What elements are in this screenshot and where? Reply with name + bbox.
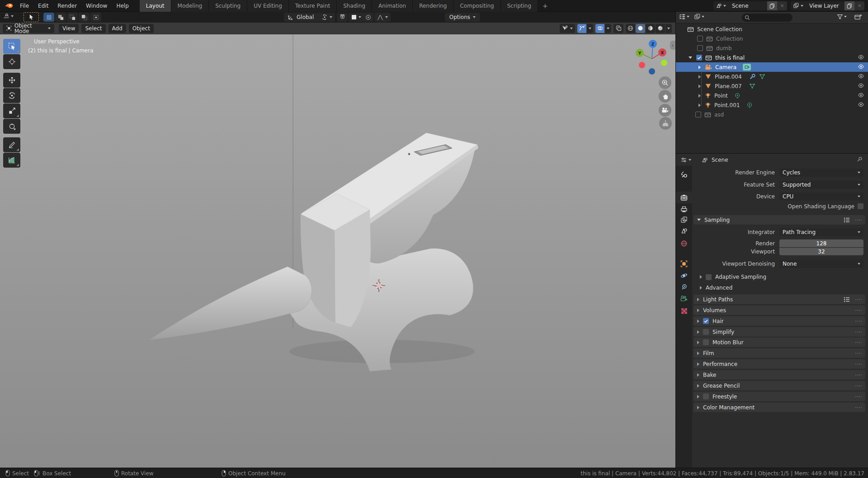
panel-simplify[interactable]: Simplify xyxy=(693,327,865,337)
tab-render[interactable] xyxy=(676,192,692,203)
editor-type-button[interactable] xyxy=(3,13,14,19)
menu-file[interactable]: File xyxy=(15,0,33,12)
navigation-gizmo[interactable]: Z Y X xyxy=(632,38,675,80)
view-menu[interactable]: View xyxy=(59,24,79,33)
tab-physics[interactable] xyxy=(676,270,692,281)
active-tool-button[interactable] xyxy=(24,12,39,22)
tab-view-layer[interactable] xyxy=(676,214,692,225)
panel-grip-icon[interactable] xyxy=(855,342,862,343)
mode-dropdown[interactable]: Object Mode xyxy=(3,24,54,33)
workspace-tab-shading[interactable]: Shading xyxy=(337,0,372,12)
hide-toggle[interactable] xyxy=(858,73,864,80)
panel-freestyle[interactable]: Freestyle xyxy=(693,392,865,401)
hair-checkbox[interactable] xyxy=(703,318,709,324)
blender-logo-icon[interactable] xyxy=(5,2,14,10)
select-mode-set[interactable] xyxy=(43,13,54,22)
collection-exclude-checkbox[interactable] xyxy=(697,45,703,51)
delete-scene-button[interactable]: × xyxy=(777,1,787,10)
adaptive-sampling-checkbox[interactable] xyxy=(706,274,712,280)
gizmo-dropdown[interactable] xyxy=(587,24,593,33)
outliner-row-plane007[interactable]: Plane.007 xyxy=(676,81,868,91)
shading-material-button[interactable] xyxy=(646,24,655,33)
motion-blur-checkbox[interactable] xyxy=(703,339,709,345)
tab-object-data[interactable] xyxy=(676,293,692,305)
view-layer-browse-button[interactable] xyxy=(791,3,806,9)
expand-arrow-icon[interactable] xyxy=(698,75,701,79)
preset-menu-button[interactable] xyxy=(844,217,850,223)
panel-grease-pencil[interactable]: Grease Pencil xyxy=(693,381,865,390)
tab-tool[interactable] xyxy=(676,169,692,180)
menu-window[interactable]: Window xyxy=(81,0,112,12)
new-scene-button[interactable] xyxy=(767,1,777,10)
panel-grip-icon[interactable] xyxy=(855,407,862,408)
menu-render[interactable]: Render xyxy=(53,0,81,12)
collection-exclude-checkbox[interactable] xyxy=(697,36,703,42)
tool-scale[interactable] xyxy=(3,103,20,118)
panel-volumes[interactable]: Volumes xyxy=(693,305,865,315)
proportional-edit-toggle[interactable] xyxy=(363,13,373,22)
select-mode-intersect[interactable] xyxy=(90,13,101,22)
hide-toggle[interactable] xyxy=(858,92,864,99)
workspace-tab-uv-editing[interactable]: UV Editing xyxy=(247,0,289,12)
expand-arrow-icon[interactable] xyxy=(698,84,701,88)
scene-browse-button[interactable] xyxy=(713,3,728,9)
tool-move[interactable] xyxy=(3,73,20,88)
pin-button[interactable] xyxy=(857,156,863,163)
tab-scene[interactable] xyxy=(676,225,692,236)
denoising-dropdown[interactable]: None xyxy=(779,260,863,268)
tab-constraints[interactable] xyxy=(676,281,692,293)
outliner-row-asd[interactable]: asd xyxy=(676,110,868,119)
workspace-tab-compositing[interactable]: Compositing xyxy=(453,0,500,12)
properties-editor-type-button[interactable] xyxy=(680,157,691,163)
shading-wireframe-button[interactable] xyxy=(626,24,635,33)
subpanel-adaptive-sampling[interactable]: Adaptive Sampling xyxy=(700,273,766,281)
osl-checkbox[interactable] xyxy=(858,203,863,209)
show-overlays-toggle[interactable] xyxy=(595,24,604,33)
menu-help[interactable]: Help xyxy=(112,0,133,12)
samples-viewport-field[interactable]: 32 xyxy=(779,248,863,255)
workspace-tab-modeling[interactable]: Modeling xyxy=(171,0,209,12)
expand-arrow-icon[interactable] xyxy=(698,94,701,98)
panel-grip-icon[interactable] xyxy=(855,310,862,311)
tab-world[interactable] xyxy=(676,238,692,249)
panel-bake[interactable]: Bake xyxy=(693,370,865,380)
zoom-button[interactable] xyxy=(659,76,671,89)
outliner-row-scene-collection[interactable]: Scene Collection xyxy=(676,24,868,34)
panel-color-management[interactable]: Color Management xyxy=(693,403,865,412)
outliner-editor-type-button[interactable] xyxy=(679,14,689,20)
integrator-dropdown[interactable]: Path Tracing xyxy=(779,228,863,236)
outliner-row-plane004[interactable]: Plane.004 xyxy=(676,72,868,81)
panel-grip-icon[interactable] xyxy=(855,364,862,365)
panel-sampling[interactable]: Sampling xyxy=(693,215,865,225)
workspace-tab-layout[interactable]: Layout xyxy=(140,0,171,12)
simplify-checkbox[interactable] xyxy=(703,329,709,335)
hide-toggle[interactable] xyxy=(858,83,864,89)
collection-exclude-checkbox[interactable] xyxy=(695,112,701,117)
panel-light-paths[interactable]: Light Paths xyxy=(693,295,865,304)
workspace-tab-texture-paint[interactable]: Texture Paint xyxy=(289,0,337,12)
viewport-3d[interactable]: User Perspective (2) this is final | Cam… xyxy=(0,34,675,468)
panel-hair[interactable]: Hair xyxy=(693,316,865,326)
feature-set-dropdown[interactable]: Supported xyxy=(779,181,863,189)
hide-toggle[interactable] xyxy=(858,54,864,61)
panel-grip-icon[interactable] xyxy=(855,321,862,322)
workspace-tab-rendering[interactable]: Rendering xyxy=(413,0,453,12)
camera-view-button[interactable] xyxy=(659,104,671,117)
new-view-layer-button[interactable] xyxy=(844,1,854,10)
gizmo-axis-z-neg[interactable] xyxy=(649,68,655,75)
delete-view-layer-button[interactable]: × xyxy=(854,1,864,10)
object-menu[interactable]: Object xyxy=(129,24,154,33)
shading-rendered-button[interactable] xyxy=(656,24,665,33)
select-mode-extend[interactable] xyxy=(55,13,66,22)
tool-cursor[interactable] xyxy=(3,54,20,69)
tab-texture[interactable] xyxy=(676,305,692,317)
expand-arrow-icon[interactable] xyxy=(689,56,692,59)
panel-grip-icon[interactable] xyxy=(855,385,862,386)
gizmo-axis-x-neg[interactable] xyxy=(639,62,645,68)
panel-grip-icon[interactable] xyxy=(855,332,862,333)
workspace-tab-animation[interactable]: Animation xyxy=(372,0,413,12)
outliner-search[interactable] xyxy=(742,14,793,22)
gizmo-axis-y-neg[interactable] xyxy=(661,60,667,66)
proportional-falloff-dropdown[interactable] xyxy=(374,13,391,22)
pivot-point-dropdown[interactable] xyxy=(319,13,335,22)
